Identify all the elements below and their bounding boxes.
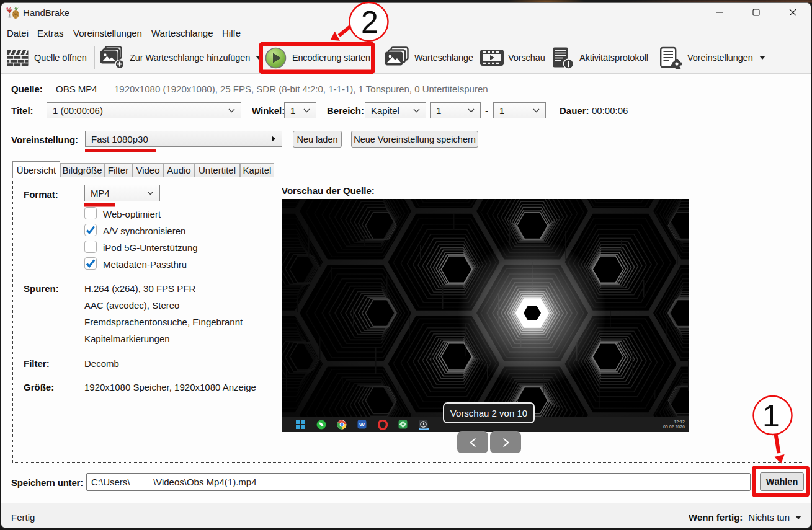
close-button[interactable]	[779, 5, 806, 20]
checkbox-av-synchronisieren[interactable]	[84, 224, 97, 236]
size-label: Größe:	[24, 382, 54, 392]
check-icon	[86, 258, 96, 268]
save-new-preset-button[interactable]: Neue Voreinstellung speichern	[351, 131, 478, 148]
presets-label: Voreinstellungen	[687, 53, 753, 63]
activity-log-icon	[551, 46, 574, 69]
tab-kapitel[interactable]: Kapitel	[240, 163, 274, 177]
title-select[interactable]: 1 (00:00:06)	[47, 102, 241, 118]
menu-item-datei[interactable]: Datei	[7, 28, 29, 38]
start-encode-button[interactable]: Encodierung starten	[265, 43, 370, 72]
range-from-value: 1	[436, 105, 441, 116]
tab-filter[interactable]: Filter	[104, 163, 132, 177]
maximize-button[interactable]	[743, 5, 770, 20]
add-to-queue-button[interactable]: Zur Warteschlange hinzufügen	[99, 43, 262, 72]
browse-button-label: Wählen	[766, 477, 798, 487]
toolbar-separator-2	[378, 46, 378, 69]
start-encode-label: Encodierung starten	[292, 53, 370, 63]
when-done-label: Wenn fertig:	[689, 512, 743, 523]
save-new-preset-label: Neue Voreinstellung speichern	[354, 135, 476, 144]
source-name: OBS MP4	[56, 84, 97, 94]
chevron-down-icon	[533, 108, 540, 113]
activity-log-button[interactable]: Aktivitätsprotokoll	[551, 43, 648, 72]
title-select-value: 1 (00:00:06)	[53, 105, 103, 116]
filter-label: Filter:	[24, 358, 50, 369]
open-source-button[interactable]: Quelle öffnen	[6, 43, 87, 72]
menu-item-voreinstellungen[interactable]: Voreinstellungen	[73, 28, 142, 38]
previous-frame-button[interactable]	[457, 431, 488, 453]
duration-value: 00:00:06	[592, 105, 628, 116]
preset-select-value: Fast 1080p30	[91, 134, 148, 144]
tab-bildgroesse[interactable]: Bildgröße	[60, 163, 104, 177]
browse-button[interactable]: Wählen	[760, 472, 804, 491]
chevron-down-icon	[228, 108, 235, 113]
clapperboard-icon	[6, 47, 29, 69]
checkbox-ipod-5g[interactable]	[84, 241, 97, 253]
toolbar-separator	[94, 46, 95, 69]
angle-select[interactable]: 1	[284, 102, 316, 118]
preview-icon	[480, 48, 504, 68]
track-line: Fremdsprachentonsuche, Eingebrannt	[84, 317, 243, 327]
checkbox-web-optimiert[interactable]	[84, 207, 97, 219]
menu-item-hilfe[interactable]: Hilfe	[222, 28, 241, 38]
presets-button[interactable]: Voreinstellungen	[659, 43, 765, 72]
tracks-label: Spuren:	[24, 283, 59, 294]
menu-item-warteschlange[interactable]: Warteschlange	[151, 28, 213, 38]
menu-item-extras[interactable]: Extras	[37, 28, 64, 38]
tab-audio[interactable]: Audio	[164, 163, 194, 177]
format-select[interactable]: MP4	[84, 185, 160, 201]
chevron-down-icon	[413, 108, 420, 113]
angle-label: Winkel:	[252, 105, 285, 116]
tab-untertitel[interactable]: Untertitel	[194, 163, 240, 177]
taskbar-clock-time: 12:12	[674, 420, 685, 424]
when-done-control[interactable]: Wenn fertig: Nichts tun	[689, 512, 801, 523]
range-to-select[interactable]: 1	[493, 102, 546, 118]
preview-image: W 12:12 05.02.2026	[282, 199, 689, 432]
preset-label: Voreinstellung:	[11, 135, 78, 145]
add-to-queue-label: Zur Warteschlange hinzufügen	[130, 53, 250, 63]
queue-label: Warteschlange	[414, 53, 473, 63]
range-dash: -	[485, 105, 488, 116]
preview-label: Vorschau	[508, 53, 545, 63]
save-label: Speichern unter:	[11, 477, 83, 488]
range-type-value: Kapitel	[371, 105, 399, 116]
svg-text:W: W	[359, 421, 365, 428]
preview-button[interactable]: Vorschau	[480, 43, 545, 72]
source-label: Quelle:	[11, 84, 43, 94]
checkbox-metadaten-passthru[interactable]	[84, 257, 97, 270]
range-type-select[interactable]: Kapitel	[365, 102, 426, 118]
maximize-icon	[752, 9, 760, 16]
filter-value: Decomb	[84, 358, 119, 369]
chevron-right-icon	[502, 438, 510, 448]
window-title: HandBrake	[23, 7, 69, 18]
check-icon	[86, 225, 96, 235]
presets-icon	[659, 46, 682, 69]
source-details: 1920x1080 (1920x1080), 25 FPS, SDR (8-bi…	[114, 84, 488, 94]
status-text: Fertig	[11, 512, 35, 523]
chevron-down-icon	[759, 56, 765, 60]
format-label: Format:	[24, 189, 58, 200]
range-from-select[interactable]: 1	[430, 102, 481, 118]
chevron-down-icon	[256, 56, 262, 60]
chevron-down-icon	[303, 108, 310, 113]
save-path-input[interactable]	[86, 473, 751, 491]
range-to-value: 1	[499, 105, 504, 116]
checkbox-web-optimiert-label: Web-optimiert	[103, 209, 161, 219]
next-frame-button[interactable]	[490, 431, 521, 453]
taskbar-clock-date: 05.02.2026	[663, 425, 685, 429]
reload-preset-button[interactable]: Neu laden	[293, 131, 342, 148]
checkbox-ipod-5g-label: iPod 5G-Unterstützung	[103, 242, 198, 253]
when-done-value: Nichts tun	[748, 512, 790, 523]
hexagon-wallpaper	[282, 199, 689, 417]
taskbar-clock: 12:12 05.02.2026	[663, 420, 685, 430]
clock-app-icon	[419, 420, 429, 430]
range-label: Bereich:	[327, 105, 364, 116]
tab-video[interactable]: Video	[132, 163, 164, 177]
chevron-right-icon	[271, 135, 276, 143]
chevron-down-icon	[468, 108, 475, 113]
queue-button[interactable]: Warteschlange	[383, 43, 473, 72]
minimize-button[interactable]	[706, 5, 733, 20]
whatsapp-icon	[316, 420, 326, 430]
preset-select[interactable]: Fast 1080p30	[85, 131, 282, 147]
tab-uebersicht[interactable]: Übersicht	[12, 161, 60, 178]
photos-icon	[398, 420, 408, 430]
